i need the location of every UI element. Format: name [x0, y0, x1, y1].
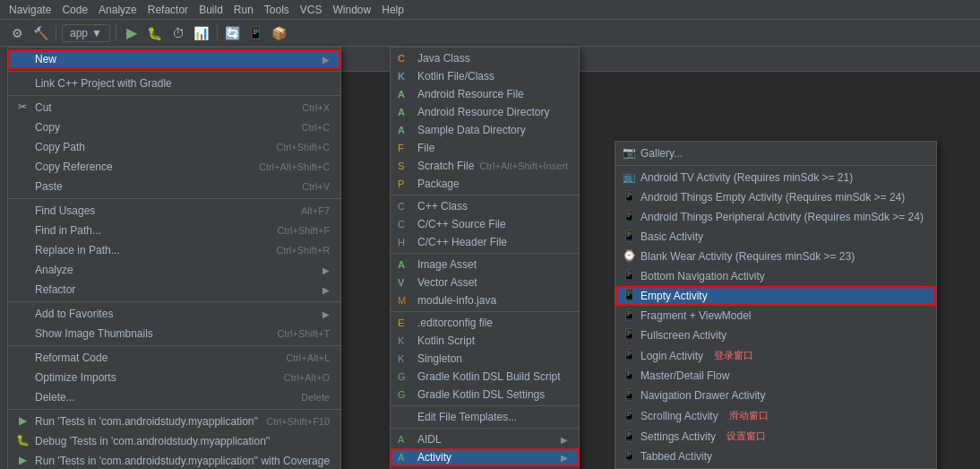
menu-tools[interactable]: Tools	[259, 2, 295, 18]
profile-button[interactable]: 📊	[192, 23, 211, 43]
settings-toolbar-btn[interactable]: ⚙	[7, 23, 27, 43]
toolbar: ⚙ 🔨 app ▼ ▶ 🐛 ⏱ 📊 🔄 📱 📦	[0, 20, 980, 47]
sub3-things-empty[interactable]: 📱 Android Things Empty Activity (Require…	[615, 187, 936, 207]
sub3-tv-activity[interactable]: 📺 Android TV Activity (Requires minSdk >…	[615, 168, 936, 187]
ctx-add-favorites[interactable]: Add to Favorites ▶	[8, 304, 340, 324]
master-detail-label: Master/Detail Flow	[640, 369, 729, 382]
empty-activity-icon: 📱	[623, 289, 637, 303]
ctx-run-tests-shortcut: Ctrl+Shift+F10	[266, 416, 330, 427]
run-button[interactable]: ▶	[122, 23, 142, 43]
sub3-login-activity[interactable]: 📱 Login Activity 登录窗口	[615, 345, 936, 366]
sub-cpp-source[interactable]: C C/C++ Source File	[391, 215, 579, 233]
sub-java-class[interactable]: C Java Class	[391, 49, 579, 67]
kotlin-file-label: Kotlin File/Class	[417, 70, 494, 83]
ctx-copy-ref[interactable]: Copy Reference Ctrl+Alt+Shift+C	[8, 157, 340, 177]
ctx-refactor[interactable]: Refactor ▶	[8, 280, 340, 300]
coverage-button[interactable]: ⏱	[168, 23, 188, 43]
sub-module-info[interactable]: M module-info.java	[391, 291, 579, 309]
sub-file[interactable]: F File	[391, 139, 579, 157]
menu-window[interactable]: Window	[328, 2, 377, 18]
tv-activity-icon: 📺	[623, 170, 637, 185]
sub3-nav-drawer[interactable]: 📱 Navigation Drawer Activity	[615, 386, 936, 405]
sub-sep3	[391, 311, 579, 312]
sub3-things-peripheral[interactable]: 📱 Android Things Peripheral Activity (Re…	[615, 207, 936, 227]
sub-kotlin-file[interactable]: K Kotlin File/Class	[391, 67, 579, 85]
sub3-gallery[interactable]: 📷 Gallery...	[615, 143, 936, 163]
basic-activity-label: Basic Activity	[640, 230, 703, 243]
menu-code[interactable]: Code	[56, 2, 93, 18]
sub-android-res-dir[interactable]: A Android Resource Directory	[391, 103, 579, 121]
sub-cpp-header[interactable]: H C/C++ Header File	[391, 233, 579, 251]
sub-activity[interactable]: A Activity ▶	[391, 448, 579, 466]
menu-build[interactable]: Build	[193, 2, 228, 18]
debug-button[interactable]: 🐛	[145, 23, 165, 43]
ctx-analyze[interactable]: Analyze ▶	[8, 260, 340, 280]
cpp-source-icon: C	[398, 219, 412, 230]
sub-aidl[interactable]: A AIDL ▶	[391, 430, 579, 448]
sub-singleton[interactable]: K Singleton	[391, 350, 579, 368]
sync-button[interactable]: 🔄	[223, 23, 243, 43]
sub-android-res-file[interactable]: A Android Resource File	[391, 85, 579, 103]
ctx-find-usages-icon	[15, 204, 30, 218]
editorconfig-label: .editorconfig file	[417, 317, 493, 329]
things-peripheral-label: Android Things Peripheral Activity (Requ…	[640, 211, 924, 223]
sub3-blank-wear[interactable]: ⌚ Blank Wear Activity (Requires minSdk >…	[615, 247, 936, 266]
ctx-link-cpp[interactable]: Link C++ Project with Gradle	[8, 74, 340, 93]
ctx-reformat[interactable]: Reformat Code Ctrl+Alt+L	[8, 348, 340, 368]
android-res-file-icon: A	[398, 89, 412, 100]
sub3-fragment-viewmodel[interactable]: 📱 Fragment + ViewModel	[615, 306, 936, 326]
avd-button[interactable]: 📱	[246, 23, 266, 43]
sub-gradle-kotlin-build[interactable]: G Gradle Kotlin DSL Build Script	[391, 368, 579, 386]
sub3-scrolling[interactable]: 📱 Scrolling Activity 滑动窗口	[615, 405, 936, 426]
sub-editorconfig[interactable]: E .editorconfig file	[391, 314, 579, 332]
app-selector[interactable]: app ▼	[62, 24, 110, 42]
sub3-sep1	[615, 165, 936, 166]
sub3-basic-activity[interactable]: 📱 Basic Activity	[615, 227, 936, 247]
menu-help[interactable]: Help	[376, 2, 409, 18]
menu-run[interactable]: Run	[228, 2, 259, 18]
ctx-copy[interactable]: Copy Ctrl+C	[8, 117, 340, 137]
ctx-delete[interactable]: Delete... Delete	[8, 387, 340, 407]
ctx-copy-ref-icon	[15, 160, 30, 174]
module-info-label: module-info.java	[417, 294, 496, 307]
ctx-debug-tests[interactable]: 🐛 Debug 'Tests in 'com.androidstudy.myap…	[8, 431, 340, 451]
nav-drawer-icon: 📱	[623, 388, 637, 403]
android-res-dir-icon: A	[398, 107, 412, 117]
sub-image-asset[interactable]: A Image Asset	[391, 256, 579, 274]
sub3-tabbed[interactable]: 📱 Tabbed Activity	[615, 447, 936, 466]
menu-navigate[interactable]: Navigate	[4, 2, 56, 18]
sub-cpp-class[interactable]: C C++ Class	[391, 197, 579, 215]
ctx-run-tests-icon: ▶	[15, 414, 30, 429]
sub3-empty-activity[interactable]: 📱 Empty Activity	[615, 286, 936, 306]
ctx-find-usages[interactable]: Find Usages Alt+F7	[8, 201, 340, 221]
sub-scratch-file[interactable]: S Scratch File Ctrl+Alt+Shift+Insert	[391, 157, 579, 175]
image-asset-label: Image Asset	[417, 258, 477, 271]
sub3-settings[interactable]: 📱 Settings Activity 设置窗口	[615, 426, 936, 447]
build-toolbar-btn[interactable]: 🔨	[30, 23, 50, 43]
ctx-cut[interactable]: ✂ Cut Ctrl+X	[8, 98, 340, 117]
ctx-run-coverage[interactable]: ▶ Run 'Tests in 'com.androidstudy.myappl…	[8, 451, 340, 469]
ctx-paste[interactable]: Paste Ctrl+V	[8, 177, 340, 196]
java-class-label: Java Class	[417, 52, 470, 65]
ctx-new[interactable]: New ▶	[8, 49, 340, 69]
sub3-bottom-nav[interactable]: 📱 Bottom Navigation Activity	[615, 266, 936, 286]
menu-analyze[interactable]: Analyze	[93, 2, 142, 18]
ctx-find-in-path[interactable]: Find in Path... Ctrl+Shift+F	[8, 221, 340, 240]
sub3-fullscreen[interactable]: 📱 Fullscreen Activity	[615, 326, 936, 345]
sub-edit-file-templates[interactable]: Edit File Templates...	[391, 408, 579, 426]
ctx-analyze-label: Analyze	[35, 264, 73, 276]
sub-sample-data-dir[interactable]: A Sample Data Directory	[391, 121, 579, 139]
ctx-replace-in-path[interactable]: Replace in Path... Ctrl+Shift+R	[8, 240, 340, 260]
sdk-button[interactable]: 📦	[270, 23, 289, 43]
menu-refactor[interactable]: Refactor	[142, 2, 193, 18]
menu-vcs[interactable]: VCS	[295, 2, 328, 18]
sub-gradle-kotlin-settings[interactable]: G Gradle Kotlin DSL Settings	[391, 386, 579, 404]
ctx-run-tests[interactable]: ▶ Run 'Tests in 'com.androidstudy.myappl…	[8, 412, 340, 431]
sub-package[interactable]: P Package	[391, 175, 579, 193]
sub3-master-detail[interactable]: 📱 Master/Detail Flow	[615, 366, 936, 386]
sub-vector-asset[interactable]: V Vector Asset	[391, 274, 579, 291]
ctx-copy-path[interactable]: Copy Path Ctrl+Shift+C	[8, 137, 340, 157]
sub-kotlin-script[interactable]: K Kotlin Script	[391, 332, 579, 350]
ctx-show-thumbnails[interactable]: Show Image Thumbnails Ctrl+Shift+T	[8, 324, 340, 343]
ctx-optimize-imports[interactable]: Optimize Imports Ctrl+Alt+O	[8, 368, 340, 387]
